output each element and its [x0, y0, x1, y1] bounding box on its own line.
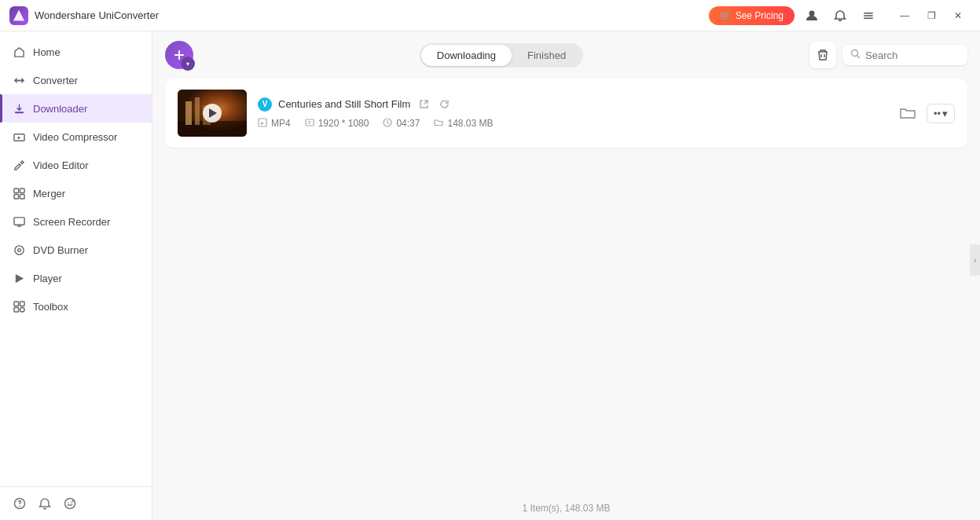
help-icon[interactable] — [13, 496, 27, 511]
sidebar-item-downloader[interactable]: Downloader — [0, 94, 152, 123]
table-row: V Centuries and Still Short Film — [165, 79, 967, 148]
notification-icon[interactable] — [38, 496, 52, 511]
download-list: V Centuries and Still Short Film — [152, 79, 980, 496]
home-icon — [13, 46, 25, 58]
sidebar-item-player[interactable]: Player — [0, 264, 152, 292]
sidebar-item-dvd-burner[interactable]: DVD Burner — [0, 236, 152, 264]
sidebar-item-screen-recorder-label: Screen Recorder — [33, 216, 110, 228]
svg-rect-6 — [13, 188, 18, 192]
svg-rect-2 — [864, 15, 873, 16]
svg-point-20 — [68, 502, 69, 504]
screen-recorder-icon — [13, 215, 25, 228]
video-thumbnail[interactable] — [178, 90, 247, 137]
svg-point-12 — [17, 248, 20, 251]
title-bar-right: 🛒 See Pricing — ❐ ✕ — [709, 5, 971, 27]
refresh-icon[interactable] — [437, 97, 451, 112]
see-pricing-label: See Pricing — [736, 10, 784, 21]
status-text: 1 Item(s), 148.03 MB — [522, 503, 610, 514]
sidebar-item-toolbox[interactable]: Toolbox — [0, 292, 152, 320]
delete-button[interactable] — [809, 42, 836, 68]
sidebar: Home Converter Downloa — [0, 31, 152, 520]
item-title-row: V Centuries and Still Short Film — [258, 97, 884, 112]
sidebar-item-video-editor[interactable]: Video Editor — [0, 151, 152, 179]
more-options-button[interactable]: •• ▾ — [927, 104, 955, 123]
main-layout: Home Converter Downloa — [0, 31, 980, 520]
svg-point-21 — [71, 502, 72, 504]
svg-rect-25 — [185, 101, 192, 125]
downloader-icon — [13, 102, 25, 115]
title-bar: Wondershare UniConverter 🛒 See Pricing — [0, 0, 980, 31]
sidebar-nav: Home Converter Downloa — [0, 31, 152, 486]
svg-point-18 — [19, 506, 20, 507]
content-area: ▾ Downloading Finished — [152, 31, 980, 520]
bell-icon-button[interactable] — [829, 5, 851, 27]
play-button-overlay[interactable] — [203, 104, 222, 123]
tab-downloading[interactable]: Downloading — [421, 45, 512, 66]
sidebar-item-video-compressor-label: Video Compressor — [33, 131, 117, 143]
svg-rect-15 — [13, 307, 18, 312]
open-folder-button[interactable] — [895, 101, 920, 126]
user-icon-button[interactable] — [801, 5, 823, 27]
svg-rect-10 — [13, 217, 24, 224]
app-logo — [9, 6, 28, 25]
feedback-icon[interactable] — [63, 496, 77, 511]
sidebar-collapse-handle[interactable]: ‹ — [970, 244, 980, 276]
svg-rect-1 — [864, 13, 873, 14]
svg-rect-7 — [20, 188, 24, 192]
close-button[interactable]: ✕ — [945, 5, 971, 27]
vimeo-icon: V — [258, 97, 272, 112]
sidebar-item-video-compressor[interactable]: Video Compressor — [0, 123, 152, 151]
tab-toggle: Downloading Finished — [420, 43, 583, 68]
folder-icon — [900, 107, 916, 119]
search-icon — [850, 49, 861, 61]
svg-point-0 — [809, 10, 815, 16]
user-icon — [806, 9, 818, 22]
window-controls: — ❐ ✕ — [892, 5, 971, 27]
tab-finished[interactable]: Finished — [512, 45, 582, 66]
app-logo-inner — [13, 10, 24, 21]
play-triangle-icon — [209, 108, 217, 118]
app-title: Wondershare UniConverter — [35, 9, 159, 21]
more-dots-icon: •• — [934, 108, 941, 119]
sidebar-item-video-editor-label: Video Editor — [33, 159, 89, 171]
search-box — [842, 45, 967, 65]
more-chevron-icon: ▾ — [942, 108, 948, 119]
item-actions-right: •• ▾ — [895, 101, 955, 126]
sidebar-item-home[interactable]: Home — [0, 38, 152, 66]
search-input[interactable] — [865, 49, 960, 61]
menu-icon — [862, 9, 875, 22]
resolution-value: 1920 * 1080 — [318, 118, 369, 129]
sidebar-item-player-label: Player — [33, 273, 62, 284]
sidebar-item-screen-recorder[interactable]: Screen Recorder — [0, 207, 152, 236]
player-icon — [13, 272, 25, 284]
menu-icon-button[interactable] — [857, 5, 879, 27]
content-footer: 1 Item(s), 148.03 MB — [152, 496, 980, 520]
svg-rect-9 — [20, 194, 24, 199]
format-icon — [258, 118, 267, 130]
svg-rect-13 — [13, 301, 18, 306]
sidebar-item-toolbox-label: Toolbox — [33, 301, 68, 313]
sidebar-item-merger[interactable]: Merger — [0, 179, 152, 207]
item-info: V Centuries and Still Short Film — [258, 97, 884, 130]
add-download-button[interactable]: ▾ — [165, 41, 193, 69]
duration-value: 04:37 — [396, 118, 420, 129]
svg-rect-8 — [13, 194, 18, 199]
meta-format: MP4 — [258, 118, 291, 130]
open-external-icon[interactable] — [417, 97, 431, 112]
converter-icon — [13, 74, 25, 86]
see-pricing-button[interactable]: 🛒 See Pricing — [709, 6, 795, 25]
sidebar-item-dvd-burner-label: DVD Burner — [33, 244, 88, 256]
sidebar-item-converter[interactable]: Converter — [0, 66, 152, 94]
sidebar-item-home-label: Home — [33, 46, 61, 58]
size-value: 148.03 MB — [447, 118, 493, 129]
dvd-burner-icon — [13, 244, 25, 256]
meta-duration: 04:37 — [383, 118, 420, 130]
minimize-button[interactable]: — — [892, 5, 917, 27]
sidebar-item-downloader-label: Downloader — [33, 103, 87, 115]
video-compressor-icon — [13, 130, 25, 143]
clock-icon — [383, 118, 392, 130]
svg-point-11 — [14, 245, 23, 254]
folder-size-icon — [434, 118, 443, 130]
header-right — [809, 42, 967, 68]
maximize-button[interactable]: ❐ — [919, 5, 944, 27]
